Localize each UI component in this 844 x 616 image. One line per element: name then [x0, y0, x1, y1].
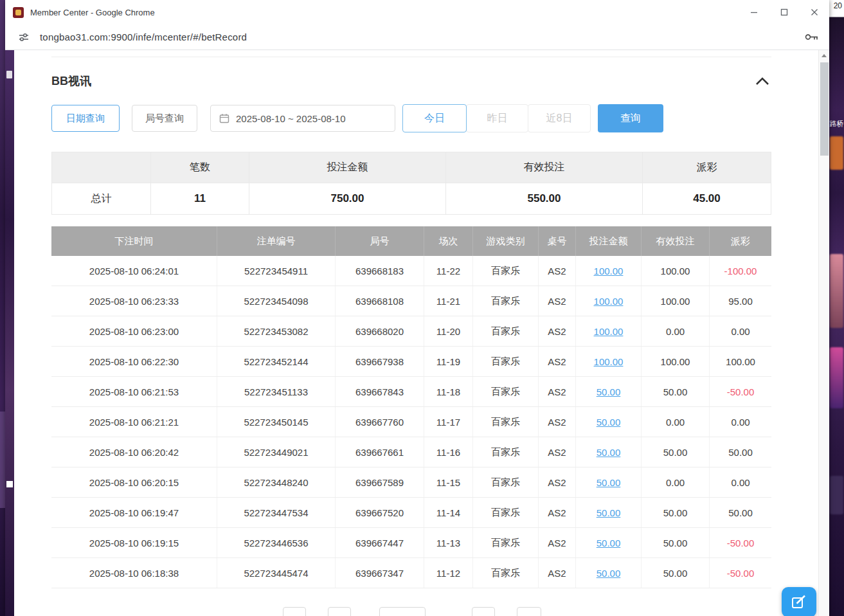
bet-amount-link[interactable]: 50.00 [597, 386, 621, 397]
quick-range-group: 今日 昨日 近8日 [402, 104, 591, 132]
bet-amount-cell[interactable]: 100.00 [576, 256, 642, 285]
bet-amount-link[interactable]: 50.00 [597, 477, 621, 488]
summary-header-row: 笔数 投注金额 有效投注 派彩 [52, 152, 771, 183]
scrollbar-thumb[interactable] [820, 62, 829, 156]
table-id-cell: AS2 [539, 256, 576, 285]
scroll-up-icon[interactable] [819, 50, 829, 61]
page-viewport: BB视讯 日期查询 局号查询 2025-08-10 ~ 2025-08-10 今… [5, 50, 829, 616]
table-id-cell: AS2 [539, 407, 576, 437]
bet-amount-cell[interactable]: 50.00 [576, 558, 642, 588]
pagination-page-size[interactable] [379, 607, 426, 616]
bet-amount-cell[interactable]: 50.00 [576, 467, 642, 497]
round-id-cell: 639667447 [336, 528, 424, 557]
round-query-tab[interactable]: 局号查询 [132, 105, 197, 132]
bet-amount-cell[interactable]: 100.00 [576, 316, 642, 346]
column-header: 桌号 [539, 226, 576, 256]
game-type-cell: 百家乐 [473, 256, 539, 285]
bet-amount-cell[interactable]: 50.00 [576, 407, 642, 437]
column-header: 派彩 [710, 226, 771, 256]
close-button[interactable] [799, 0, 829, 24]
bet-amount-cell[interactable]: 50.00 [576, 377, 642, 406]
bet-time-cell: 2025-08-10 06:19:47 [51, 498, 217, 527]
bet-amount-link[interactable]: 50.00 [597, 568, 621, 579]
bet-amount-link[interactable]: 100.00 [594, 326, 624, 337]
order-id-cell: 522723450145 [217, 407, 336, 437]
pagination-button[interactable] [472, 607, 495, 616]
panel-title: BB视讯 [51, 73, 91, 89]
last8days-button[interactable]: 近8日 [528, 104, 591, 132]
desktop-wallpaper-fragment [830, 476, 843, 514]
filter-bar: 日期查询 局号查询 2025-08-10 ~ 2025-08-10 今日 昨日 … [51, 104, 771, 132]
today-button[interactable]: 今日 [402, 104, 467, 132]
valid-bet-cell: 0.00 [642, 407, 710, 437]
session-cell: 11-21 [424, 286, 473, 316]
bet-amount-link[interactable]: 50.00 [597, 417, 621, 428]
table-row: 2025-08-10 06:20:42522723449021639667661… [51, 437, 771, 467]
order-id-cell: 522723447534 [217, 498, 336, 527]
valid-bet-cell: 50.00 [642, 377, 710, 406]
table-id-cell: AS2 [539, 286, 576, 316]
bet-amount-link[interactable]: 100.00 [594, 296, 624, 307]
date-query-tab[interactable]: 日期查询 [51, 105, 120, 132]
summary-header-bet-amount: 投注金额 [249, 152, 446, 183]
feedback-edit-button[interactable] [782, 587, 816, 616]
minimize-button[interactable] [739, 0, 769, 24]
valid-bet-cell: 50.00 [642, 437, 710, 467]
bet-amount-cell[interactable]: 100.00 [576, 347, 642, 376]
session-cell: 11-13 [424, 528, 473, 557]
scrollbar[interactable] [818, 50, 829, 616]
panel-header: BB视讯 [51, 50, 771, 89]
bet-time-cell: 2025-08-10 06:21:53 [51, 377, 217, 406]
payout-cell: 0.00 [710, 467, 771, 497]
bet-amount-link[interactable]: 50.00 [597, 447, 621, 458]
key-icon[interactable] [805, 33, 819, 41]
session-cell: 11-20 [424, 316, 473, 346]
payout-cell: 50.00 [710, 437, 771, 467]
bet-amount-link[interactable]: 100.00 [594, 266, 624, 276]
bet-amount-link[interactable]: 100.00 [594, 356, 624, 367]
summary-header-count: 笔数 [151, 152, 249, 183]
valid-bet-cell: 50.00 [642, 498, 710, 527]
payout-cell: -50.00 [710, 377, 771, 406]
bet-amount-link[interactable]: 50.00 [597, 538, 621, 548]
address-bar: tongbao31.com:9900/infe/mcenter/#/betRec… [5, 24, 829, 50]
desktop-wallpaper-fragment [830, 136, 843, 170]
date-range-value: 2025-08-10 ~ 2025-08-10 [236, 113, 346, 124]
tune-icon[interactable] [15, 29, 32, 46]
payout-cell: -50.00 [710, 528, 771, 557]
bet-amount-cell[interactable]: 50.00 [576, 437, 642, 467]
table-row: 2025-08-10 06:23:00522723453082639668020… [51, 316, 771, 347]
yesterday-button[interactable]: 昨日 [466, 104, 528, 132]
search-button[interactable]: 查询 [598, 104, 663, 132]
session-cell: 11-15 [424, 467, 473, 497]
maximize-button[interactable] [769, 0, 799, 24]
session-cell: 11-18 [424, 377, 473, 406]
table-id-cell: AS2 [539, 437, 576, 467]
column-header: 有效投注 [642, 226, 710, 256]
payout-cell: 50.00 [710, 498, 771, 527]
bet-amount-cell[interactable]: 100.00 [576, 286, 642, 316]
pagination-button[interactable] [283, 607, 306, 616]
bet-amount-cell[interactable]: 50.00 [576, 528, 642, 557]
maximize-icon [780, 8, 788, 16]
titlebar[interactable]: Member Center - Google Chrome [5, 0, 829, 24]
game-type-cell: 百家乐 [473, 467, 539, 497]
pagination-button[interactable] [517, 607, 541, 616]
pagination-button[interactable] [328, 607, 351, 616]
url-text[interactable]: tongbao31.com:9900/infe/mcenter/#/betRec… [40, 32, 247, 42]
bet-amount-link[interactable]: 50.00 [597, 507, 621, 518]
desktop-right-label: 路桥 [829, 120, 844, 128]
collapse-chevron-icon[interactable] [753, 75, 771, 87]
calendar-icon [219, 113, 229, 123]
date-range-input[interactable]: 2025-08-10 ~ 2025-08-10 [210, 105, 395, 132]
valid-bet-cell: 100.00 [642, 286, 710, 316]
desktop-wallpaper-fragment [830, 347, 843, 408]
bet-amount-cell[interactable]: 50.00 [576, 498, 642, 527]
payout-cell: 100.00 [710, 347, 771, 376]
favicon-inner [15, 10, 21, 15]
bet-time-cell: 2025-08-10 06:22:30 [51, 347, 217, 376]
order-id-cell: 522723454911 [217, 256, 336, 285]
window-controls [739, 0, 829, 24]
order-id-cell: 522723448240 [217, 467, 336, 497]
order-id-cell: 522723454098 [217, 286, 336, 316]
